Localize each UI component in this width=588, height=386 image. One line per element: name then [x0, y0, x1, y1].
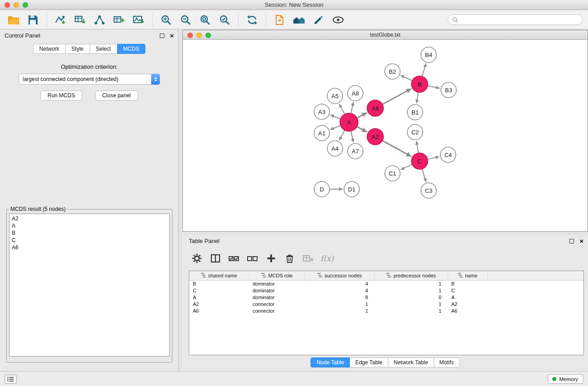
edge-A-A7[interactable]: [351, 132, 353, 143]
node-A7[interactable]: A7: [348, 143, 363, 159]
minimize-window-icon[interactable]: [14, 2, 19, 8]
edge-B-B2[interactable]: [401, 75, 412, 81]
node-B[interactable]: B: [411, 76, 428, 92]
edge-A-A4[interactable]: [339, 131, 344, 141]
mcds-result-item[interactable]: A2: [12, 215, 167, 222]
edge-C-C4[interactable]: [428, 157, 440, 159]
node-A3[interactable]: A3: [314, 104, 330, 119]
function-builder-button[interactable]: f(x): [320, 252, 334, 265]
float-table-panel-icon[interactable]: [569, 239, 574, 243]
edge-B-B1[interactable]: [416, 93, 418, 103]
table-settings-button[interactable]: [191, 252, 203, 265]
search-box[interactable]: [448, 14, 583, 25]
brush-button[interactable]: [311, 13, 327, 27]
tab-mcds[interactable]: MCDS: [117, 44, 145, 54]
table-row[interactable]: A6connector11A6: [189, 308, 583, 315]
close-network-window-icon[interactable]: [187, 33, 193, 38]
edge-A-A2[interactable]: [357, 127, 367, 132]
export-image-button[interactable]: [130, 13, 147, 27]
save-session-button[interactable]: [25, 13, 41, 27]
tab-network[interactable]: Network: [33, 44, 66, 54]
memory-button[interactable]: Memory: [548, 374, 583, 384]
refresh-layout-button[interactable]: [244, 13, 260, 27]
node-A6[interactable]: A6: [367, 100, 383, 116]
column-header-name[interactable]: name: [448, 271, 488, 280]
run-mcds-button[interactable]: Run MCDS: [40, 91, 82, 100]
create-column-button[interactable]: [265, 252, 277, 265]
edge-C-C1[interactable]: [401, 165, 411, 170]
zoom-selected-button[interactable]: [216, 13, 233, 27]
zoom-in-button[interactable]: [158, 13, 174, 27]
column-header-successor-nodes[interactable]: successor nodes: [305, 271, 374, 280]
edge-A-A8[interactable]: [351, 102, 353, 113]
show-panels-button[interactable]: [5, 375, 17, 384]
zoom-fit-button[interactable]: [197, 13, 213, 27]
node-A2[interactable]: A2: [367, 129, 383, 145]
minimize-network-window-icon[interactable]: [196, 33, 202, 38]
zoom-window-icon[interactable]: [23, 2, 28, 8]
table-row[interactable]: Adominator80A: [189, 294, 583, 301]
edge-B-B3[interactable]: [428, 86, 440, 88]
show-columns-button[interactable]: [209, 252, 222, 265]
new-table-button[interactable]: [111, 13, 127, 27]
table-row[interactable]: A2connector11A2: [189, 301, 583, 308]
new-network-button[interactable]: [91, 13, 108, 27]
edge-A-A5[interactable]: [339, 104, 344, 114]
eye-button[interactable]: [330, 13, 346, 27]
column-header-predecessor-nodes[interactable]: predecessor nodes: [374, 271, 448, 280]
node-A4[interactable]: A4: [327, 141, 343, 156]
edge-C-C2[interactable]: [416, 141, 418, 152]
home-button[interactable]: [291, 13, 307, 27]
node-D1[interactable]: D1: [344, 181, 359, 197]
import-network-file-button[interactable]: [53, 13, 69, 27]
open-session-button[interactable]: [5, 13, 22, 27]
node-A5[interactable]: A5: [327, 88, 343, 104]
edge-A6-B[interactable]: [383, 89, 411, 104]
edge-A-A1[interactable]: [330, 126, 340, 130]
close-panel-button[interactable]: Close panel: [95, 91, 138, 100]
zoom-network-window-icon[interactable]: [206, 33, 211, 38]
tab-motifs[interactable]: Motifs: [434, 357, 460, 367]
node-A[interactable]: A: [340, 113, 358, 131]
tab-network-table[interactable]: Network Table: [388, 357, 434, 367]
node-B3[interactable]: B3: [441, 82, 456, 98]
mcds-result-item[interactable]: A: [12, 222, 167, 229]
node-D[interactable]: D: [314, 181, 330, 197]
dropdown-stepper-icon[interactable]: [151, 74, 160, 85]
zoom-out-button[interactable]: [177, 13, 194, 27]
tab-node-table[interactable]: Node Table: [311, 357, 350, 367]
column-header-MCDS-role[interactable]: MCDS role: [249, 271, 305, 280]
deselect-all-columns-button[interactable]: [246, 252, 259, 265]
delete-table-button[interactable]: [302, 252, 315, 265]
open-panel-button[interactable]: [272, 13, 288, 27]
node-C4[interactable]: C4: [440, 147, 456, 162]
node-B4[interactable]: B4: [421, 47, 436, 62]
node-C2[interactable]: C2: [407, 124, 423, 140]
edge-A2-C[interactable]: [383, 141, 411, 157]
table-row[interactable]: Bdominator41B: [189, 280, 583, 287]
criterion-dropdown[interactable]: largest connected component (directed): [19, 74, 160, 85]
edge-A-A6[interactable]: [358, 113, 367, 118]
node-A8[interactable]: A8: [348, 86, 363, 101]
edge-B-B4[interactable]: [422, 63, 426, 76]
close-panel-icon[interactable]: ×: [170, 33, 174, 38]
edge-A-A3[interactable]: [330, 115, 340, 119]
node-C1[interactable]: C1: [385, 166, 400, 181]
mcds-result-item[interactable]: A6: [12, 244, 167, 251]
float-panel-icon[interactable]: [160, 33, 164, 38]
node-B1[interactable]: B1: [407, 105, 423, 120]
edge-C-C3[interactable]: [422, 169, 426, 182]
import-table-file-button[interactable]: [72, 13, 88, 27]
select-all-columns-button[interactable]: [228, 252, 240, 265]
mcds-result-item[interactable]: B: [12, 229, 167, 237]
node-C3[interactable]: C3: [421, 183, 436, 198]
node-C[interactable]: C: [411, 153, 428, 169]
tab-edge-table[interactable]: Edge Table: [350, 357, 388, 367]
close-window-icon[interactable]: [5, 2, 10, 8]
tab-select[interactable]: Select: [90, 44, 117, 54]
tab-style[interactable]: Style: [66, 44, 90, 54]
search-input[interactable]: [461, 17, 578, 23]
table-row[interactable]: Cdominator41C: [189, 287, 583, 294]
network-canvas[interactable]: B4B2BB3A5A8A6A3AB1A1A2C2A4A7C4CC1DD1C3: [183, 40, 588, 232]
node-A1[interactable]: A1: [314, 125, 330, 141]
